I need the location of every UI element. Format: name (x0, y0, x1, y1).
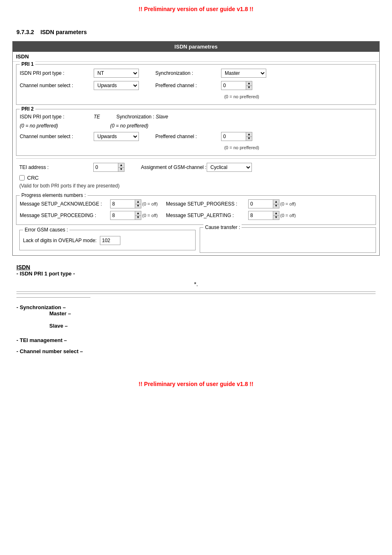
pri1-spinner-buttons: ▲ ▼ (246, 81, 252, 90)
pri2-preffered-input[interactable] (221, 132, 246, 141)
assignment-label: Assignment of GSM-channel : (141, 164, 207, 170)
pri2-no-preffered-row: (0 = no preffered) (20, 143, 372, 152)
pri1-port-type-row: ISDN PRI port type : NT TE Synchronizati… (20, 67, 372, 79)
section-number: 9.7.3.2 (16, 29, 34, 35)
setup-ack-up[interactable]: ▲ (135, 200, 141, 204)
setup-progress-down[interactable]: ▼ (273, 204, 279, 208)
pri2-spinner-up[interactable]: ▲ (246, 132, 252, 137)
pri2-sync-no-preffered: (0 = no preffered) (110, 123, 148, 129)
setup-ack-spinner-btns: ▲ ▼ (135, 199, 141, 208)
setup-ack-label: Message SETUP_ACKNOWLEDGE : (20, 201, 110, 207)
setup-alerting-section: Message SETUP_ALERTING : ▲ ▼ (0 = off) (166, 211, 296, 220)
pri2-legend: PRI 2 (20, 106, 35, 112)
pri2-channel-select[interactable]: Upwards Downwards (94, 132, 139, 141)
setup-alert-spinner: ▲ ▼ (248, 211, 279, 220)
assignment-select[interactable]: Cyclical Fixed (207, 163, 252, 172)
setup-proc-off: (0 = off) (142, 213, 158, 218)
isdn-desc-title: ISDN (16, 264, 376, 271)
pri2-no-preffered-italic-label: (0 = no preffered) (20, 123, 94, 129)
header-title: !! Preliminary version of user guide v1.… (138, 6, 253, 12)
pri2-no-preffered-italic-row: (0 = no preffered) (0 = no preffered) (20, 121, 372, 130)
tei-item: - TEI management – (16, 337, 376, 343)
pri2-preffered-section: Preffered channel : ▲ ▼ (155, 132, 252, 141)
setup-progress-input[interactable] (248, 199, 273, 208)
pri2-spinner-buttons: ▲ ▼ (246, 132, 252, 141)
pri2-group: PRI 2 ISDN PRI port type : TE Synchroniz… (16, 109, 376, 156)
setup-ack-down[interactable]: ▼ (135, 204, 141, 208)
setup-progress-spinner-btns: ▲ ▼ (273, 199, 279, 208)
progress-row-1: Message SETUP_ACKNOWLEDGE : ▲ ▼ (0 = off… (20, 198, 372, 210)
cause-group: Cause transfer : (200, 227, 376, 253)
lower-section: TEI address : ▲ ▼ Assignment of GSM-chan… (16, 158, 376, 193)
pri2-sync-value: Slave (156, 114, 168, 120)
setup-alert-down[interactable]: ▼ (273, 216, 279, 220)
setup-ack-input[interactable] (110, 199, 135, 208)
channel-item: - Channel number select – (16, 348, 376, 354)
setup-alert-off: (0 = off) (280, 213, 296, 218)
crc-checkbox[interactable] (19, 175, 25, 180)
setup-alert-spinner-btns: ▲ ▼ (273, 211, 279, 220)
setup-proc-spinner-btns: ▲ ▼ (135, 211, 141, 220)
setup-progress-up[interactable]: ▲ (273, 200, 279, 204)
setup-progress-off: (0 = off) (280, 201, 296, 206)
setup-ack-off: (0 = off) (142, 201, 158, 206)
desc-line (16, 297, 90, 298)
error-lack-input[interactable] (100, 236, 120, 245)
pri1-sync-label: Synchronization : (155, 70, 221, 76)
pri1-sync-section: Synchronization : Master Slave (155, 69, 266, 78)
slave-label: Slave – (49, 323, 376, 329)
pri2-sync-label: Synchronization : (116, 114, 154, 120)
footer-title: !! Preliminary version of user guide v1.… (138, 381, 253, 387)
pri1-no-preffered-note: (0 = no preffered) (224, 94, 259, 99)
table-header: ISDN parametres (13, 42, 379, 52)
pri1-sync-select[interactable]: Master Slave (221, 69, 266, 78)
tei-spinner: ▲ ▼ (93, 163, 125, 172)
section-title: 9.7.3.2 ISDN parameters (0, 16, 392, 41)
pri2-port-type-label: ISDN PRI port type : (20, 114, 94, 120)
setup-alert-up[interactable]: ▲ (273, 211, 279, 216)
pri1-port-type-label: ISDN PRI port type : (20, 70, 94, 76)
crc-label: CRC (27, 175, 39, 181)
desc-body: - Synchronization – Master – Slave – - T… (16, 304, 376, 354)
tei-spinner-up[interactable]: ▲ (118, 163, 124, 168)
setup-proc-spinner: ▲ ▼ (110, 211, 141, 220)
pri1-preffered-spinner: ▲ ▼ (221, 81, 252, 90)
cause-legend: Cause transfer : (203, 224, 242, 230)
isdn-label: ISDN (13, 52, 379, 62)
isdn-parameters-table: ISDN parametres ISDN PRI 1 ISDN PRI port… (12, 41, 380, 256)
pri1-channel-row: Channel number select : Upwards Downward… (20, 79, 372, 92)
progress-row-2: Message SETUP_PROCEEDING : ▲ ▼ (0 = off)… (20, 210, 372, 221)
crc-row: CRC (19, 173, 373, 182)
page-footer: !! Preliminary version of user guide v1.… (0, 375, 392, 393)
pri2-preffered-spinner: ▲ ▼ (221, 132, 252, 141)
setup-proc-up[interactable]: ▲ (135, 211, 141, 216)
isdn-desc-subtitle: - ISDN PRI 1 port type - (16, 271, 376, 277)
pri2-sync-section: Synchronization : Slave (116, 113, 168, 120)
error-lack-row: Lack of digits in OVERLAP mode: (23, 234, 192, 247)
pri1-group: PRI 1 ISDN PRI port type : NT TE Synchro… (16, 64, 376, 105)
desc-star: *. (16, 281, 376, 287)
divider-2 (16, 294, 376, 294)
section-name: ISDN parameters (40, 29, 87, 35)
setup-alert-input[interactable] (248, 211, 273, 220)
setup-progress-spinner: ▲ ▼ (248, 199, 279, 208)
setup-proc-input[interactable] (110, 211, 135, 220)
valid-note: (Valid for both PRI ports if they are pr… (19, 182, 373, 190)
pri2-spinner-down[interactable]: ▼ (246, 137, 252, 141)
pri2-preffered-label: Preffered channel : (155, 134, 221, 139)
pri1-channel-select[interactable]: Upwards Downwards (94, 81, 139, 90)
setup-progress-label: Message SETUP_PROGRESS : (166, 201, 248, 207)
pri1-port-type-select[interactable]: NT TE (94, 69, 139, 78)
description-section: ISDN - ISDN PRI 1 port type - *. - Synch… (0, 256, 392, 367)
pri1-spinner-down[interactable]: ▼ (246, 86, 252, 90)
page-header: !! Preliminary version of user guide v1.… (0, 0, 392, 16)
pri1-preffered-label: Preffered channel : (155, 83, 221, 88)
progress-group: Progress elements numbers : Message SETU… (16, 195, 376, 225)
pri2-no-preffered-note: (0 = no preffered) (110, 123, 148, 129)
sync-item: - Synchronization – Master – Slave – (16, 304, 376, 329)
pri1-spinner-up[interactable]: ▲ (246, 81, 252, 86)
tei-input[interactable] (93, 163, 118, 172)
tei-spinner-down[interactable]: ▼ (118, 168, 124, 172)
pri1-preffered-input[interactable] (221, 81, 246, 90)
setup-proc-down[interactable]: ▼ (135, 216, 141, 220)
